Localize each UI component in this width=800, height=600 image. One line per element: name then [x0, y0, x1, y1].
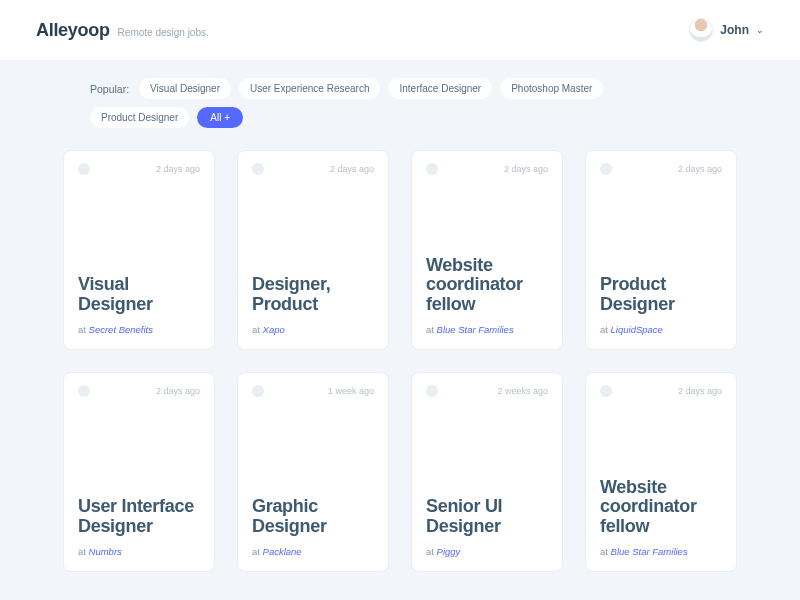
company-name[interactable]: Xapo — [263, 324, 285, 335]
company-logo-icon — [78, 163, 90, 175]
posted-date: 2 days ago — [678, 164, 722, 174]
posted-date: 2 days ago — [330, 164, 374, 174]
job-card[interactable]: 2 days ago Visual Designer at Secret Ben… — [63, 150, 215, 350]
company-name[interactable]: Piggy — [437, 546, 461, 557]
company-name[interactable]: Secret Benefits — [89, 324, 153, 335]
job-title: Graphic Designer — [252, 497, 374, 536]
job-card[interactable]: 2 weeks ago Senior UI Designer at Piggy — [411, 372, 563, 572]
job-title: Website coordinator fellow — [600, 478, 722, 536]
job-title: User Interface Designer — [78, 497, 200, 536]
company-logo-icon — [426, 385, 438, 397]
posted-date: 2 days ago — [504, 164, 548, 174]
company-name[interactable]: Blue Star Families — [611, 546, 688, 557]
job-card[interactable]: 2 days ago Website coordinator fellow at… — [585, 372, 737, 572]
company-logo-icon — [252, 385, 264, 397]
filter-pill[interactable]: Product Designer — [90, 107, 189, 128]
job-grid: 2 days ago Visual Designer at Secret Ben… — [0, 142, 800, 572]
job-card[interactable]: 2 days ago User Interface Designer at Nu… — [63, 372, 215, 572]
company-logo-icon — [426, 163, 438, 175]
posted-date: 2 days ago — [156, 386, 200, 396]
filter-pill[interactable]: Interface Designer — [388, 78, 492, 99]
company-name[interactable]: LiquidSpace — [611, 324, 663, 335]
filter-row: Popular: Visual Designer User Experience… — [0, 60, 800, 142]
posted-date: 1 week ago — [328, 386, 374, 396]
filter-pill[interactable]: User Experience Research — [239, 78, 381, 99]
company-name[interactable]: Packlane — [263, 546, 302, 557]
company-name[interactable]: Blue Star Families — [437, 324, 514, 335]
company-line: at LiquidSpace — [600, 324, 722, 335]
company-line: at Secret Benefits — [78, 324, 200, 335]
filter-pill[interactable]: Visual Designer — [139, 78, 231, 99]
job-card[interactable]: 2 days ago Designer, Product at Xapo — [237, 150, 389, 350]
posted-date: 2 days ago — [156, 164, 200, 174]
posted-date: 2 days ago — [678, 386, 722, 396]
filter-pill[interactable]: Photoshop Master — [500, 78, 603, 99]
company-logo-icon — [78, 385, 90, 397]
job-title: Website coordinator fellow — [426, 256, 548, 314]
company-line: at Xapo — [252, 324, 374, 335]
user-menu[interactable]: John ⌄ — [689, 18, 764, 42]
company-line: at Packlane — [252, 546, 374, 557]
brand[interactable]: Alleyoop Remote design jobs. — [36, 20, 209, 41]
job-title: Designer, Product — [252, 275, 374, 314]
posted-date: 2 weeks ago — [497, 386, 548, 396]
company-line: at Piggy — [426, 546, 548, 557]
job-card[interactable]: 1 week ago Graphic Designer at Packlane — [237, 372, 389, 572]
chevron-down-icon: ⌄ — [756, 25, 764, 35]
company-line: at Blue Star Families — [426, 324, 548, 335]
company-name[interactable]: Numbrs — [89, 546, 122, 557]
avatar — [689, 18, 713, 42]
logo: Alleyoop — [36, 20, 110, 41]
company-logo-icon — [600, 163, 612, 175]
job-card[interactable]: 2 days ago Product Designer at LiquidSpa… — [585, 150, 737, 350]
user-name: John — [720, 23, 749, 37]
company-logo-icon — [252, 163, 264, 175]
company-line: at Numbrs — [78, 546, 200, 557]
header: Alleyoop Remote design jobs. John ⌄ — [0, 0, 800, 60]
tagline: Remote design jobs. — [118, 27, 209, 38]
company-logo-icon — [600, 385, 612, 397]
company-line: at Blue Star Families — [600, 546, 722, 557]
filter-label: Popular: — [90, 83, 129, 95]
filter-pill-all[interactable]: All + — [197, 107, 243, 128]
job-title: Product Designer — [600, 275, 722, 314]
job-title: Visual Designer — [78, 275, 200, 314]
job-card[interactable]: 2 days ago Website coordinator fellow at… — [411, 150, 563, 350]
job-title: Senior UI Designer — [426, 497, 548, 536]
